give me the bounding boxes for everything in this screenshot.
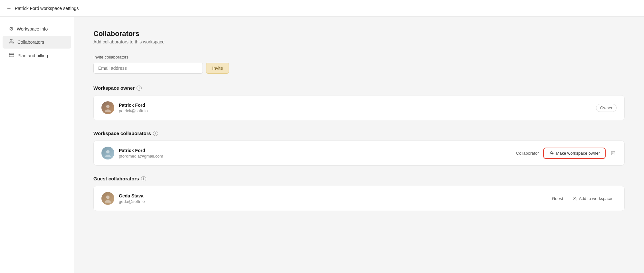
row-actions: Add to workspace [568,194,617,204]
role-badge: Owner [596,104,617,112]
guest-collaborators-section: Guest collaborators i Geda Stava geda@so… [93,176,625,211]
workspace-info-icon: ⚙ [9,26,14,32]
svg-point-11 [105,200,111,203]
user-email: pfordmedia@gmail.com [119,154,512,159]
user-role: Guest [552,196,563,201]
add-to-workspace-icon [572,196,577,201]
collaborators-info-icon[interactable]: i [153,131,158,136]
main-content: Collaborators Add collaborators to this … [74,17,644,273]
owner-section-title: Workspace owner [93,85,135,91]
svg-point-6 [105,155,111,157]
sidebar-item-collaborators[interactable]: Collaborators [3,36,71,49]
make-owner-label: Make workspace owner [556,151,600,156]
invite-row: Invite [93,63,625,74]
user-name: Patrick Ford [119,103,592,108]
email-input[interactable] [93,63,203,74]
svg-point-5 [106,150,109,153]
user-info: Patrick Ford pfordmedia@gmail.com [119,148,512,159]
svg-point-10 [106,196,109,199]
invite-section: Invite collaborators Invite [93,55,625,74]
guest-info-icon[interactable]: i [141,176,146,181]
avatar [101,147,114,159]
svg-rect-1 [9,53,14,57]
guest-card: Geda Stava geda@softr.io Guest Add to wo… [93,186,625,211]
workspace-owner-section: Workspace owner i Patrick Ford patrick@s… [93,85,625,120]
guest-section-header: Guest collaborators i [93,176,625,181]
plan-billing-icon [9,52,14,59]
make-workspace-owner-button[interactable]: Make workspace owner [543,148,606,159]
sidebar-item-label-workspace-info: Workspace info [17,26,48,32]
user-email: patrick@softr.io [119,108,592,113]
avatar [101,101,114,114]
sidebar-item-workspace-info[interactable]: ⚙ Workspace info [3,23,71,35]
table-row: Patrick Ford pfordmedia@gmail.com Collab… [94,141,624,165]
collaborators-section: Workspace collaborators i Patrick Ford p… [93,131,625,166]
user-role: Collaborator [516,151,539,156]
svg-point-3 [106,105,109,108]
top-bar: ← Patrick Ford workspace settings [0,0,644,17]
user-info: Geda Stava geda@softr.io [119,193,547,204]
table-row: Geda Stava geda@softr.io Guest Add to wo… [94,186,624,211]
back-button[interactable]: ← [6,5,12,11]
collaborators-card: Patrick Ford pfordmedia@gmail.com Collab… [93,141,625,166]
sidebar-item-label-collaborators: Collaborators [17,40,44,45]
table-row: Patrick Ford patrick@softr.io Owner [94,96,624,120]
add-to-workspace-button[interactable]: Add to workspace [568,194,617,204]
svg-point-0 [10,40,12,41]
collaborators-section-header: Workspace collaborators i [93,131,625,136]
make-owner-icon [549,151,554,156]
svg-point-12 [574,197,575,198]
sidebar: ⚙ Workspace info Collaborators Plan and … [0,17,74,273]
user-name: Patrick Ford [119,148,512,153]
row-actions: Make workspace owner [543,148,617,159]
avatar [101,192,114,205]
invite-label: Invite collaborators [93,55,625,59]
sidebar-item-label-plan-billing: Plan and billing [17,53,48,58]
add-to-workspace-label: Add to workspace [579,196,612,201]
page-subtitle: Add collaborators to this workspace [93,39,625,44]
svg-point-4 [105,109,111,112]
page-title: Collaborators [93,30,625,38]
owner-card: Patrick Ford patrick@softr.io Owner [93,95,625,120]
page-header-title: Patrick Ford workspace settings [15,6,79,11]
collaborators-icon [9,39,14,45]
sidebar-item-plan-billing[interactable]: Plan and billing [3,49,71,62]
user-name: Geda Stava [119,193,547,198]
guest-section-title: Guest collaborators [93,176,139,181]
owner-info-icon[interactable]: i [137,86,142,91]
svg-point-7 [551,151,552,153]
delete-collaborator-button[interactable] [609,149,617,158]
invite-button[interactable]: Invite [206,63,229,74]
user-info: Patrick Ford patrick@softr.io [119,103,592,113]
user-email: geda@softr.io [119,199,547,204]
collaborators-section-title: Workspace collaborators [93,131,151,136]
owner-section-header: Workspace owner i [93,85,625,91]
